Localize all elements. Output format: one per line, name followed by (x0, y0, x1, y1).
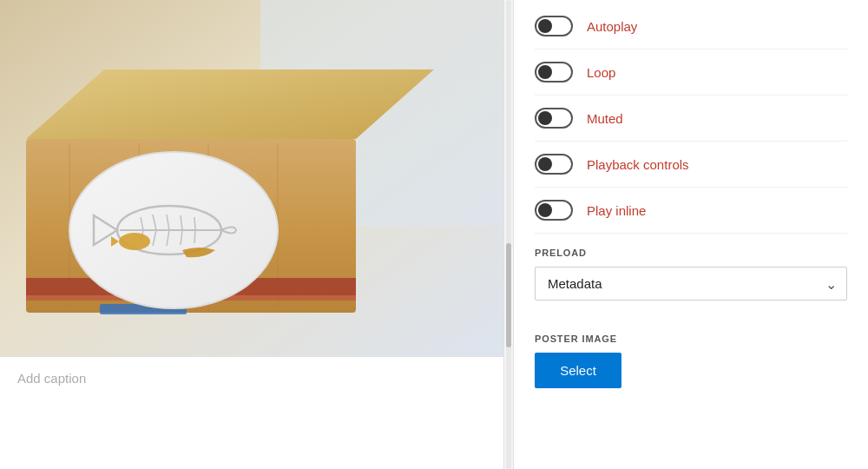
caption-placeholder: Add caption (17, 371, 86, 386)
settings-panel: Autoplay Loop Muted Playback controls Pl… (514, 0, 868, 469)
play-inline-toggle[interactable] (535, 200, 573, 221)
toggle-row-loop: Loop (535, 50, 847, 96)
playback-controls-toggle[interactable] (535, 154, 573, 175)
svg-point-24 (119, 233, 150, 250)
loop-toggle[interactable] (535, 62, 573, 83)
playback-controls-label: Playback controls (587, 157, 689, 172)
toggle-row-playback-controls: Playback controls (535, 142, 847, 188)
toggle-row-muted: Muted (535, 96, 847, 142)
poster-image-label: POSTER IMAGE (535, 334, 847, 344)
autoplay-toggle[interactable] (535, 16, 573, 36)
poster-image-section: POSTER IMAGE Select (535, 320, 847, 388)
panel-divider (503, 0, 514, 469)
scrollbar-track (506, 0, 511, 469)
play-inline-label: Play inline (587, 203, 646, 218)
left-panel: Add caption (0, 0, 503, 469)
select-poster-button[interactable]: Select (535, 353, 621, 388)
svg-line-23 (194, 230, 195, 243)
muted-toggle[interactable] (535, 108, 573, 129)
preload-select[interactable]: Auto Metadata None (535, 267, 847, 301)
toggle-row-autoplay: Autoplay (535, 3, 847, 50)
media-preview (0, 0, 503, 356)
caption-area[interactable]: Add caption (0, 356, 503, 469)
scrollbar-thumb[interactable] (506, 243, 511, 347)
loop-label: Loop (587, 65, 615, 80)
muted-label: Muted (587, 111, 623, 126)
toggle-row-play-inline: Play inline (535, 188, 847, 234)
autoplay-label: Autoplay (587, 19, 637, 34)
preload-section-label: PRELOAD (535, 248, 847, 258)
preload-select-wrapper: Auto Metadata None ⌄ (535, 267, 847, 301)
svg-line-18 (194, 217, 195, 230)
